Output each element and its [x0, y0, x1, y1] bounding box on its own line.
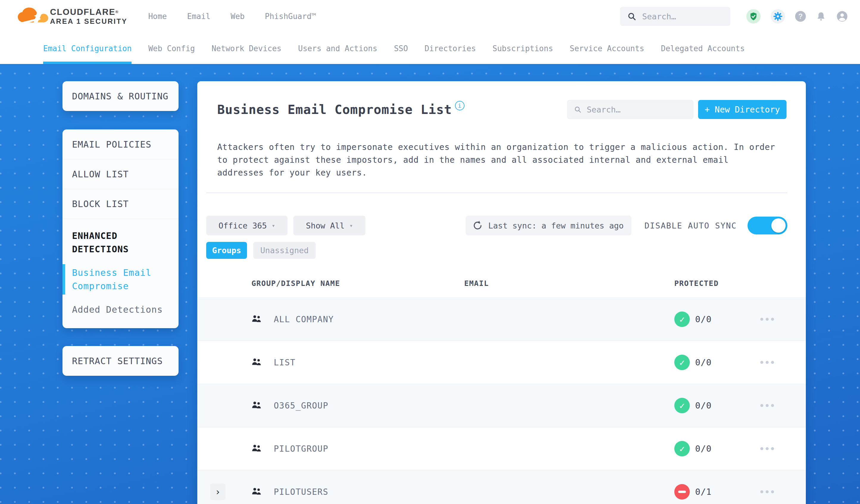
user-icon[interactable] [836, 11, 848, 22]
tab-sso[interactable]: SSO [394, 33, 408, 64]
global-search[interactable] [620, 7, 730, 26]
global-search-input[interactable] [642, 12, 723, 21]
page-description: Attackers often try to impersonate execu… [217, 141, 780, 179]
table-row[interactable]: PILOTUSERS 0/1 › [197, 470, 806, 504]
sidebar-item-block-list[interactable]: BLOCK LIST [62, 189, 178, 219]
minus-icon [678, 491, 686, 493]
not-protected-badge [674, 484, 690, 500]
sidebar-item-enhanced-detections[interactable]: ENHANCED DETECTIONS [72, 229, 169, 256]
row-menu-button[interactable] [760, 361, 774, 364]
sidebar-item-email-policies[interactable]: EMAIL POLICIES [62, 129, 178, 159]
protected-check-badge: ✓ [674, 441, 690, 456]
chevron-down-icon: ▾ [349, 222, 353, 229]
show-filter-dropdown[interactable]: Show All ▾ [293, 216, 366, 235]
protected-count: 0/0 [695, 401, 712, 411]
check-icon: ✓ [679, 357, 685, 368]
col-protected: PROTECTED [674, 279, 719, 288]
bec-list-panel: Business Email Compromise List i + New D… [197, 81, 806, 504]
row-menu-button[interactable] [760, 490, 774, 493]
nav-phishguard[interactable]: PhishGuard™ [265, 12, 316, 21]
sidebar: DOMAINS & ROUTING EMAIL POLICIES ALLOW L… [62, 81, 178, 376]
group-people-icon [252, 487, 261, 497]
cloudflare-cloud-icon [17, 7, 49, 26]
directory-search-input[interactable] [587, 105, 687, 114]
retract-settings-card: RETRACT SETTINGS [62, 346, 178, 376]
new-directory-button[interactable]: + New Directory [698, 100, 787, 119]
tab-network-devices[interactable]: Network Devices [212, 33, 282, 64]
tab-delegated-accounts[interactable]: Delegated Accounts [661, 33, 745, 64]
tab-web-config[interactable]: Web Config [148, 33, 195, 64]
active-indicator-bar [62, 264, 65, 294]
expand-row-button[interactable]: › [210, 484, 226, 500]
tab-directories[interactable]: Directories [425, 33, 476, 64]
tab-subscriptions[interactable]: Subscriptions [492, 33, 553, 64]
auto-sync-toggle[interactable] [747, 217, 787, 234]
gear-icon[interactable] [771, 9, 785, 24]
chevron-down-icon: ▾ [272, 222, 275, 229]
directory-dropdown[interactable]: Office 365 ▾ [206, 216, 287, 235]
row-menu-button[interactable] [760, 318, 774, 321]
config-subnav: Email Configuration Web Config Network D… [0, 33, 860, 64]
toggle-knob [771, 218, 786, 233]
nav-email[interactable]: Email [187, 12, 210, 21]
group-name: LIST [274, 358, 296, 368]
shield-check-icon[interactable] [746, 9, 761, 24]
last-sync-status[interactable]: Last sync: a few minutes ago [466, 216, 631, 235]
brand-name: CLOUDFLARE® [50, 8, 127, 16]
search-icon [627, 12, 636, 21]
enhanced-detections-section: ENHANCED DETECTIONS Business Email Compr… [62, 219, 178, 328]
protected-count: 0/0 [695, 314, 712, 324]
tab-email-configuration[interactable]: Email Configuration [43, 33, 131, 64]
sidebar-item-added-detections[interactable]: Added Detections [72, 303, 169, 316]
groups-table: GROUP/DISPLAY NAME EMAIL PROTECTED ALL C… [197, 277, 806, 504]
row-menu-button[interactable] [760, 404, 774, 407]
group-name: PILOTGROUP [274, 444, 329, 454]
cloudflare-logo[interactable]: CLOUDFLARE® AREA 1 SECURITY [17, 7, 127, 26]
email-policies-card: EMAIL POLICIES ALLOW LIST BLOCK LIST ENH… [62, 129, 178, 328]
page-title: Business Email Compromise List [217, 102, 452, 117]
auto-sync-label: DISABLE AUTO SYNC [645, 221, 737, 230]
table-row[interactable]: PILOTGROUP 0/0 ✓ [197, 427, 806, 470]
col-email: EMAIL [464, 279, 489, 288]
col-group-display-name: GROUP/DISPLAY NAME [252, 279, 340, 288]
group-tabs: Groups Unassigned [197, 242, 806, 259]
sidebar-item-domains-routing[interactable]: DOMAINS & ROUTING [62, 81, 178, 111]
table-row[interactable]: LIST 0/0 ✓ [197, 341, 806, 384]
sidebar-item-retract-settings[interactable]: RETRACT SETTINGS [62, 346, 178, 376]
group-people-icon [252, 444, 261, 454]
group-people-icon [252, 357, 261, 368]
top-header: CLOUDFLARE® AREA 1 SECURITY Home Email W… [0, 0, 860, 33]
directory-search[interactable] [567, 100, 693, 119]
table-header: GROUP/DISPLAY NAME EMAIL PROTECTED [197, 277, 806, 298]
group-name: ALL COMPANY [274, 315, 334, 324]
protected-count: 0/0 [695, 444, 712, 454]
search-icon [574, 105, 582, 114]
help-icon[interactable]: ? [795, 11, 806, 22]
protected-check-badge: ✓ [674, 312, 690, 327]
table-row[interactable]: O365_GROUP 0/0 ✓ [197, 384, 806, 427]
sidebar-item-business-email-compromise[interactable]: Business Email Compromise [72, 266, 169, 293]
filter-row: Office 365 ▾ Show All ▾ Last sync: a few… [197, 216, 806, 235]
protected-check-badge: ✓ [674, 355, 690, 370]
group-name: O365_GROUP [274, 401, 329, 411]
nav-home[interactable]: Home [148, 12, 167, 21]
nav-web[interactable]: Web [231, 12, 245, 21]
refresh-icon [472, 220, 483, 231]
protected-count: 0/0 [695, 357, 712, 368]
check-icon: ✓ [679, 314, 685, 325]
group-people-icon [252, 314, 261, 324]
row-menu-button[interactable] [760, 447, 774, 450]
tab-users-and-actions[interactable]: Users and Actions [298, 33, 377, 64]
check-icon: ✓ [679, 401, 685, 411]
info-icon[interactable]: i [455, 101, 464, 110]
tab-service-accounts[interactable]: Service Accounts [570, 33, 644, 64]
section-divider [206, 192, 787, 193]
content-area: DOMAINS & ROUTING EMAIL POLICIES ALLOW L… [0, 64, 860, 504]
sidebar-item-allow-list[interactable]: ALLOW LIST [62, 159, 178, 189]
top-nav: Home Email Web PhishGuard™ [148, 12, 316, 21]
tab-groups[interactable]: Groups [206, 242, 247, 259]
table-row[interactable]: ALL COMPANY 0/0 ✓ [197, 298, 806, 341]
tab-unassigned[interactable]: Unassigned [253, 242, 316, 259]
bell-icon[interactable] [816, 11, 826, 22]
brand-subtitle: AREA 1 SECURITY [50, 17, 127, 26]
